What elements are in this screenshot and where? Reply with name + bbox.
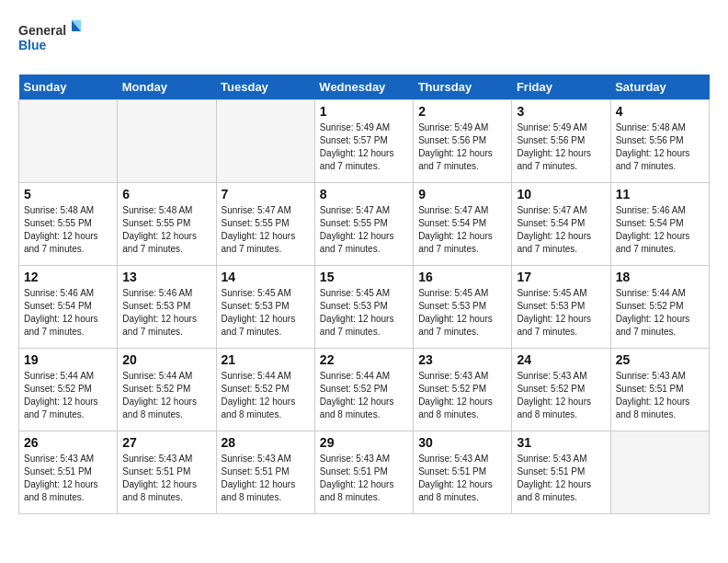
calendar-cell: 26Sunrise: 5:43 AM Sunset: 5:51 PM Dayli… [19,431,118,514]
day-info: Sunrise: 5:43 AM Sunset: 5:51 PM Dayligh… [517,453,605,504]
day-number: 17 [517,270,605,284]
calendar-cell: 9Sunrise: 5:47 AM Sunset: 5:54 PM Daylig… [414,183,512,266]
day-info: Sunrise: 5:47 AM Sunset: 5:54 PM Dayligh… [517,204,605,256]
day-info: Sunrise: 5:43 AM Sunset: 5:51 PM Dayligh… [122,453,210,504]
day-number: 19 [24,352,112,367]
day-info: Sunrise: 5:46 AM Sunset: 5:54 PM Dayligh… [616,204,704,256]
day-info: Sunrise: 5:45 AM Sunset: 5:53 PM Dayligh… [320,287,408,339]
day-number: 3 [517,104,605,119]
day-number: 4 [616,104,704,119]
day-info: Sunrise: 5:44 AM Sunset: 5:52 PM Dayligh… [616,287,704,339]
calendar-cell: 2Sunrise: 5:49 AM Sunset: 5:56 PM Daylig… [414,100,512,183]
day-info: Sunrise: 5:43 AM Sunset: 5:51 PM Dayligh… [616,370,704,421]
day-number: 13 [122,270,210,284]
header-cell-sunday: Sunday [19,75,118,100]
calendar-cell: 19Sunrise: 5:44 AM Sunset: 5:52 PM Dayli… [19,349,118,431]
day-info: Sunrise: 5:43 AM Sunset: 5:51 PM Dayligh… [222,453,310,504]
header: General Blue [18,18,710,60]
calendar-cell: 21Sunrise: 5:44 AM Sunset: 5:52 PM Dayli… [216,349,314,431]
calendar-table: SundayMondayTuesdayWednesdayThursdayFrid… [18,75,710,514]
day-number: 31 [517,435,605,450]
calendar-cell: 18Sunrise: 5:44 AM Sunset: 5:52 PM Dayli… [610,266,709,349]
logo: General Blue [18,18,83,60]
calendar-cell: 17Sunrise: 5:45 AM Sunset: 5:53 PM Dayli… [512,266,610,349]
calendar-cell [610,431,709,514]
day-number: 20 [122,352,210,367]
header-cell-tuesday: Tuesday [216,75,314,100]
calendar-cell: 5Sunrise: 5:48 AM Sunset: 5:55 PM Daylig… [19,183,118,266]
day-info: Sunrise: 5:47 AM Sunset: 5:55 PM Dayligh… [320,204,408,256]
week-row-1: 1Sunrise: 5:49 AM Sunset: 5:57 PM Daylig… [19,100,710,183]
day-number: 11 [616,187,704,201]
day-number: 12 [24,270,112,284]
header-cell-friday: Friday [512,75,610,100]
calendar-cell: 4Sunrise: 5:48 AM Sunset: 5:56 PM Daylig… [610,100,709,183]
day-number: 26 [24,435,112,450]
day-info: Sunrise: 5:45 AM Sunset: 5:53 PM Dayligh… [418,287,506,339]
day-number: 23 [418,352,506,367]
day-info: Sunrise: 5:46 AM Sunset: 5:53 PM Dayligh… [122,287,210,339]
header-cell-monday: Monday [118,75,216,100]
day-number: 21 [222,352,310,367]
calendar-cell: 22Sunrise: 5:44 AM Sunset: 5:52 PM Dayli… [314,349,413,431]
day-number: 15 [320,270,408,284]
calendar-cell: 15Sunrise: 5:45 AM Sunset: 5:53 PM Dayli… [314,266,413,349]
week-row-3: 12Sunrise: 5:46 AM Sunset: 5:54 PM Dayli… [19,266,710,349]
calendar-cell: 23Sunrise: 5:43 AM Sunset: 5:52 PM Dayli… [414,349,512,431]
day-info: Sunrise: 5:44 AM Sunset: 5:52 PM Dayligh… [320,370,408,421]
svg-text:Blue: Blue [18,38,47,52]
day-info: Sunrise: 5:45 AM Sunset: 5:53 PM Dayligh… [222,287,310,339]
day-info: Sunrise: 5:44 AM Sunset: 5:52 PM Dayligh… [222,370,310,421]
day-info: Sunrise: 5:44 AM Sunset: 5:52 PM Dayligh… [24,370,112,421]
day-info: Sunrise: 5:48 AM Sunset: 5:55 PM Dayligh… [24,204,112,256]
day-info: Sunrise: 5:48 AM Sunset: 5:56 PM Dayligh… [616,121,704,173]
calendar-cell [19,100,118,183]
svg-text:General: General [18,23,66,38]
day-number: 24 [517,352,605,367]
day-info: Sunrise: 5:43 AM Sunset: 5:51 PM Dayligh… [418,453,506,504]
calendar-cell: 7Sunrise: 5:47 AM Sunset: 5:55 PM Daylig… [216,183,314,266]
day-info: Sunrise: 5:49 AM Sunset: 5:56 PM Dayligh… [517,121,605,173]
day-number: 1 [320,104,408,119]
logo-svg: General Blue [18,18,83,60]
calendar-cell: 24Sunrise: 5:43 AM Sunset: 5:52 PM Dayli… [512,349,610,431]
header-row: SundayMondayTuesdayWednesdayThursdayFrid… [19,75,710,100]
day-number: 25 [616,352,704,367]
calendar-cell: 10Sunrise: 5:47 AM Sunset: 5:54 PM Dayli… [512,183,610,266]
day-info: Sunrise: 5:46 AM Sunset: 5:54 PM Dayligh… [24,287,112,339]
calendar-cell [118,100,216,183]
day-info: Sunrise: 5:43 AM Sunset: 5:51 PM Dayligh… [320,453,408,504]
calendar-cell: 25Sunrise: 5:43 AM Sunset: 5:51 PM Dayli… [610,349,709,431]
day-number: 14 [222,270,310,284]
week-row-5: 26Sunrise: 5:43 AM Sunset: 5:51 PM Dayli… [19,431,710,514]
day-number: 5 [24,187,112,201]
day-number: 10 [517,187,605,201]
day-number: 28 [222,435,310,450]
calendar-cell: 11Sunrise: 5:46 AM Sunset: 5:54 PM Dayli… [610,183,709,266]
day-number: 7 [222,187,310,201]
day-number: 8 [320,187,408,201]
calendar-cell: 16Sunrise: 5:45 AM Sunset: 5:53 PM Dayli… [414,266,512,349]
day-number: 30 [418,435,506,450]
day-info: Sunrise: 5:49 AM Sunset: 5:56 PM Dayligh… [418,121,506,173]
day-number: 27 [122,435,210,450]
day-info: Sunrise: 5:48 AM Sunset: 5:55 PM Dayligh… [122,204,210,256]
day-number: 6 [122,187,210,201]
calendar-cell: 1Sunrise: 5:49 AM Sunset: 5:57 PM Daylig… [314,100,413,183]
calendar-cell: 8Sunrise: 5:47 AM Sunset: 5:55 PM Daylig… [314,183,413,266]
calendar-cell: 14Sunrise: 5:45 AM Sunset: 5:53 PM Dayli… [216,266,314,349]
day-number: 2 [418,104,506,119]
calendar-cell: 28Sunrise: 5:43 AM Sunset: 5:51 PM Dayli… [216,431,314,514]
calendar-cell: 29Sunrise: 5:43 AM Sunset: 5:51 PM Dayli… [314,431,413,514]
header-cell-saturday: Saturday [610,75,709,100]
calendar-body: 1Sunrise: 5:49 AM Sunset: 5:57 PM Daylig… [19,100,710,514]
day-number: 9 [418,187,506,201]
calendar-cell: 31Sunrise: 5:43 AM Sunset: 5:51 PM Dayli… [512,431,610,514]
day-info: Sunrise: 5:43 AM Sunset: 5:52 PM Dayligh… [418,370,506,421]
day-info: Sunrise: 5:44 AM Sunset: 5:52 PM Dayligh… [122,370,210,421]
day-info: Sunrise: 5:47 AM Sunset: 5:54 PM Dayligh… [418,204,506,256]
calendar-header: SundayMondayTuesdayWednesdayThursdayFrid… [19,75,710,100]
calendar-cell: 3Sunrise: 5:49 AM Sunset: 5:56 PM Daylig… [512,100,610,183]
calendar-cell: 20Sunrise: 5:44 AM Sunset: 5:52 PM Dayli… [118,349,216,431]
calendar-cell [216,100,314,183]
